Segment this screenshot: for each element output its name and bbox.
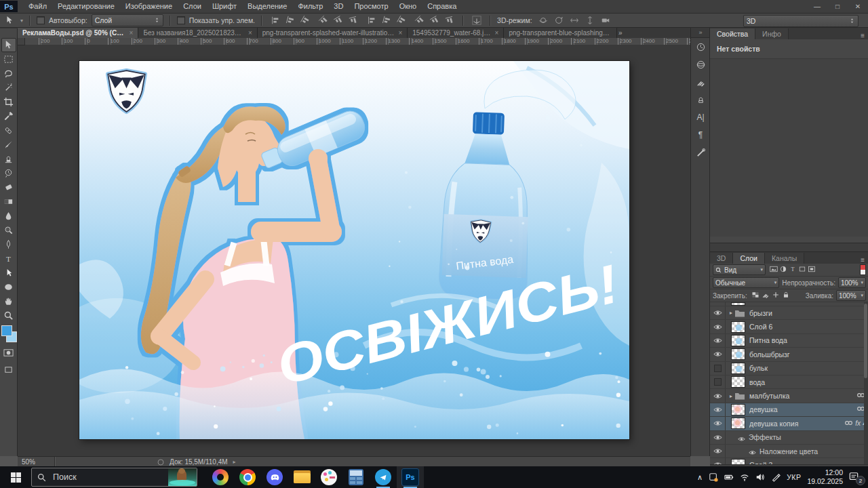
layer-thumbnail[interactable] bbox=[731, 321, 745, 333]
wifi-icon[interactable] bbox=[740, 472, 749, 482]
camera-3d-icon[interactable] bbox=[599, 15, 612, 26]
layer-visibility-empty[interactable] bbox=[710, 362, 726, 375]
tool-preset-caret-icon[interactable]: ▾ bbox=[20, 18, 23, 24]
dist-left-icon[interactable] bbox=[413, 15, 427, 26]
layer-visibility-eye-icon[interactable] bbox=[710, 431, 726, 444]
paragraph-panel-icon[interactable]: ¶ bbox=[692, 127, 709, 143]
tool-presets-panel-icon[interactable] bbox=[692, 144, 709, 161]
marquee-tool-icon[interactable] bbox=[1, 52, 16, 66]
menu-item[interactable]: Шрифт bbox=[207, 0, 242, 13]
layer-row[interactable]: ▸брызги bbox=[710, 306, 868, 320]
zoom-tool-icon[interactable] bbox=[1, 308, 16, 323]
layer-visibility-eye-icon[interactable] bbox=[710, 334, 726, 347]
smart-object-kind-icon[interactable] bbox=[808, 265, 816, 274]
3d-panel-icon[interactable] bbox=[692, 56, 709, 73]
layer-name[interactable]: брызги bbox=[749, 309, 865, 317]
adjustment-kind-icon[interactable] bbox=[779, 265, 787, 274]
tab-channels[interactable]: Каналы bbox=[765, 253, 804, 264]
group-expand-icon[interactable]: ▸ bbox=[730, 393, 732, 399]
layer-name[interactable]: большбрызг bbox=[749, 350, 865, 359]
dist-top-icon[interactable] bbox=[365, 15, 378, 26]
character-panel-icon[interactable]: А| bbox=[692, 109, 709, 125]
volume-icon[interactable] bbox=[755, 472, 765, 482]
dist-right-icon[interactable] bbox=[443, 15, 456, 26]
layers-scrollbar[interactable] bbox=[864, 302, 868, 464]
dist-vcenter-icon[interactable] bbox=[380, 15, 393, 26]
search-input[interactable] bbox=[52, 472, 156, 483]
menu-item[interactable]: Просмотр bbox=[349, 0, 393, 13]
dodge-tool-icon[interactable] bbox=[1, 223, 16, 237]
autoselect-target-dropdown[interactable]: Слой bbox=[92, 14, 163, 26]
layer-name[interactable]: вода bbox=[749, 378, 865, 386]
dist-hcenter-icon[interactable] bbox=[428, 15, 441, 26]
layer-name[interactable]: девушка копия bbox=[749, 420, 844, 428]
layer-row[interactable]: Наложение цвета bbox=[710, 445, 868, 458]
clone-source-panel-icon[interactable] bbox=[692, 92, 709, 108]
menu-item[interactable]: Изображение bbox=[120, 0, 178, 13]
orbit-3d-icon[interactable] bbox=[536, 15, 550, 26]
kind-filter-dropdown[interactable]: Вид ▾ bbox=[713, 264, 766, 275]
language-indicator[interactable]: УКР bbox=[787, 473, 801, 481]
layer-row[interactable]: девушка bbox=[710, 403, 868, 417]
layer-row[interactable]: большбрызг bbox=[710, 348, 868, 361]
layer-name[interactable]: Наложение цвета bbox=[760, 447, 865, 455]
type-kind-icon[interactable]: T bbox=[789, 265, 797, 274]
tab-3d[interactable]: 3D bbox=[710, 253, 733, 264]
lock-all-icon[interactable] bbox=[782, 291, 791, 300]
lock-position-icon[interactable] bbox=[772, 291, 781, 300]
menu-item[interactable]: Слои bbox=[178, 0, 207, 13]
tab-close-icon[interactable]: × bbox=[398, 29, 402, 37]
menu-item[interactable]: 3D bbox=[328, 0, 349, 13]
align-hcenter-icon[interactable] bbox=[332, 15, 345, 26]
brush-settings-panel-icon[interactable] bbox=[692, 74, 709, 90]
pan-3d-icon[interactable] bbox=[568, 15, 581, 26]
layer-row[interactable]: ▸малбутылка bbox=[710, 389, 868, 403]
layer-thumbnail[interactable] bbox=[731, 363, 745, 374]
lock-pixels-icon[interactable] bbox=[762, 291, 770, 300]
brush-tool-icon[interactable] bbox=[1, 138, 16, 152]
autoselect-checkbox[interactable] bbox=[37, 16, 45, 24]
tab-layers[interactable]: Слои bbox=[733, 253, 765, 264]
layer-row[interactable]: Эффекты bbox=[710, 431, 868, 445]
tab-close-icon[interactable]: × bbox=[130, 29, 134, 37]
discord-taskbar-icon[interactable] bbox=[261, 466, 288, 488]
menu-item[interactable]: Справка bbox=[422, 0, 462, 13]
align-left-icon[interactable] bbox=[317, 15, 330, 26]
pixel-kind-icon[interactable] bbox=[770, 265, 778, 274]
layer-name[interactable]: бульк bbox=[749, 364, 865, 372]
opacity-field[interactable]: 100% ▾ bbox=[838, 277, 866, 288]
clock[interactable]: 12:00 19.02.2025 bbox=[807, 468, 843, 486]
pen-tool-icon[interactable] bbox=[1, 237, 16, 251]
zoom-level-field[interactable]: 50% bbox=[18, 458, 54, 466]
effect-visibility-eye-icon[interactable] bbox=[738, 434, 745, 440]
update-app-tray-icon[interactable] bbox=[709, 472, 718, 482]
layer-visibility-eye-icon[interactable] bbox=[710, 320, 726, 333]
layer-fx-icon[interactable]: fx bbox=[855, 420, 861, 427]
show-transform-controls-checkbox[interactable] bbox=[177, 16, 185, 24]
type-tool-icon[interactable]: T bbox=[1, 251, 16, 266]
foreground-color-swatch[interactable] bbox=[1, 325, 12, 336]
panel-menu-icon[interactable]: ≡ bbox=[861, 256, 868, 264]
menu-item[interactable]: Окно bbox=[394, 0, 422, 13]
menu-item[interactable]: Фильтр bbox=[292, 0, 328, 13]
layer-row[interactable]: девушка копияfx▴ bbox=[710, 417, 868, 430]
document-tab[interactable]: РекламаВоды.psd @ 50% (CMYK/8) *× bbox=[18, 28, 138, 38]
document-tab[interactable]: 1549532779_water-68.jpg @...× bbox=[408, 28, 504, 38]
tab-info[interactable]: Инфо bbox=[755, 28, 789, 39]
menu-item[interactable]: Файл bbox=[23, 0, 52, 13]
calculator-taskbar-icon[interactable] bbox=[342, 466, 370, 488]
group-expand-icon[interactable]: ▸ bbox=[730, 310, 732, 316]
align-vcenter-icon[interactable] bbox=[283, 15, 297, 26]
photoshop-taskbar-icon[interactable]: Ps bbox=[397, 466, 424, 488]
layer-thumbnail[interactable] bbox=[731, 459, 745, 464]
document-tab[interactable]: png-transparent-blue-splashing-water-w bbox=[504, 28, 617, 38]
layer-row[interactable]: Слой 3 bbox=[710, 458, 868, 464]
slide-3d-icon[interactable] bbox=[583, 15, 597, 26]
tab-properties[interactable]: Свойства bbox=[710, 28, 755, 39]
explorer-taskbar-icon[interactable] bbox=[288, 466, 315, 488]
dist-bottom-icon[interactable] bbox=[395, 15, 408, 26]
menu-item[interactable]: Редактирование bbox=[52, 0, 120, 13]
panel-menu-icon[interactable]: ≡ bbox=[861, 32, 868, 39]
workspace-switcher-dropdown[interactable]: 3D bbox=[743, 15, 859, 27]
layer-thumbnail[interactable] bbox=[731, 418, 745, 429]
